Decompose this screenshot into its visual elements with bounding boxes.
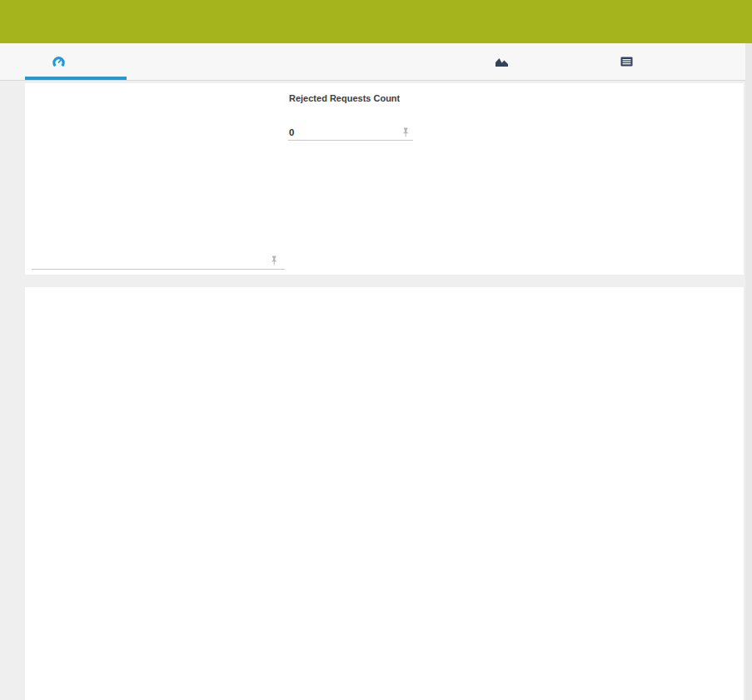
channel-gauge	[355, 98, 400, 140]
gauge-value: 0	[289, 127, 294, 137]
sensor-header	[0, 0, 752, 43]
page-scrollbar-track[interactable]	[745, 43, 752, 700]
active-tab-underline	[25, 77, 127, 80]
area-chart-icon	[495, 57, 509, 67]
server-status-gauge	[126, 107, 272, 253]
channels-table-panel	[25, 287, 744, 700]
server-status-gauge-cell	[32, 92, 285, 270]
tab-bar	[0, 43, 752, 81]
tab-log[interactable]	[620, 43, 639, 80]
tab-historic-data[interactable]	[495, 43, 515, 80]
gauge-icon	[52, 55, 66, 69]
gauges-panel: Rejected Requests Count 0	[25, 83, 744, 275]
column-header-minimum[interactable]	[365, 317, 487, 352]
column-header-last-value-speed[interactable]	[293, 317, 365, 352]
prtg-sensor-page: Rejected Requests Count 0	[0, 0, 752, 700]
column-header-settings	[616, 317, 735, 352]
channels-table	[33, 317, 735, 352]
tab-365-days[interactable]	[406, 43, 412, 80]
column-header-maximum[interactable]	[487, 317, 616, 352]
column-header-channel[interactable]	[33, 317, 192, 352]
tab-live-data[interactable]	[147, 43, 152, 80]
tab-2-days[interactable]	[251, 43, 257, 80]
column-header-last-value-volume[interactable]	[222, 317, 293, 352]
log-list-icon	[620, 57, 633, 67]
channel-gauge-cell: Rejected Requests Count 0	[288, 92, 413, 141]
column-header-id[interactable]	[192, 317, 222, 352]
tab-30-days[interactable]	[325, 43, 331, 80]
tab-overview[interactable]	[52, 43, 72, 80]
pin-icon[interactable]	[401, 127, 410, 137]
tab-settings[interactable]	[702, 43, 708, 80]
pin-icon[interactable]	[270, 256, 278, 266]
